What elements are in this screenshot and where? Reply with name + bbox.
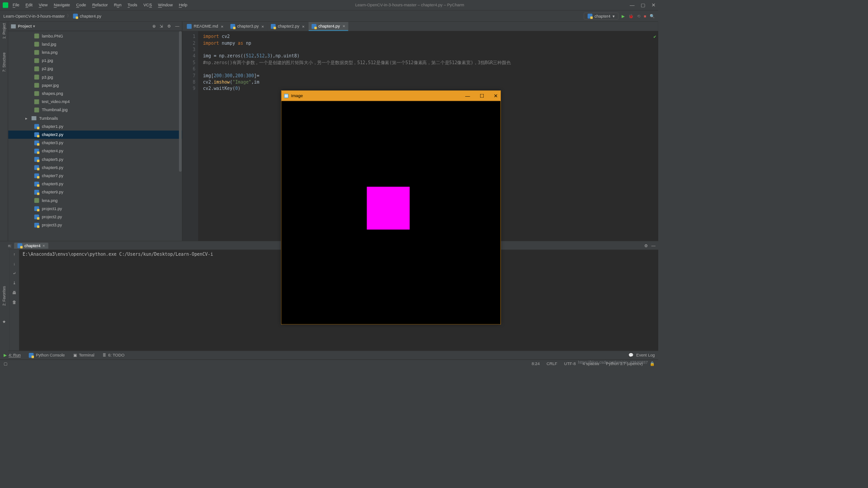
tool-todo[interactable]: ≣6: TODO [103, 353, 124, 358]
tree-item[interactable]: p2.jpg [8, 65, 182, 73]
menu-tools[interactable]: Tools [125, 2, 140, 9]
cv-minimize-button[interactable]: — [465, 93, 470, 99]
menu-view[interactable]: View [36, 2, 50, 9]
event-log-icon[interactable]: 💬 [628, 353, 633, 358]
run-settings-icon[interactable]: ⚙ [644, 243, 648, 248]
tool-event-log[interactable]: Event Log [636, 353, 655, 358]
file-icon [34, 223, 39, 228]
project-tree[interactable]: lambo.PNGland.jpglena.pngp1.jpgp2.jpgp3.… [8, 31, 182, 241]
tool-structure-tab[interactable]: 7: Structure [2, 52, 6, 72]
file-name: chapter1.py [42, 124, 64, 129]
tree-item[interactable]: chapter2.py [8, 131, 182, 139]
menu-window[interactable]: Window [156, 2, 175, 9]
caret-position[interactable]: 8:24 [532, 361, 540, 366]
file-encoding[interactable]: UTF-8 [564, 361, 576, 366]
tree-item[interactable]: Thumbnail.jpg [8, 106, 182, 114]
tree-item[interactable]: lena.png [8, 197, 182, 205]
file-name: chapter2.py [42, 132, 64, 137]
run-tab-close-icon[interactable]: × [42, 243, 45, 248]
close-button[interactable]: ✕ [651, 2, 656, 8]
tree-item[interactable]: shapes.png [8, 89, 182, 98]
run-button-icon[interactable]: ▶ [622, 14, 625, 19]
status-bar: ▢ 8:24 CRLF UTF-8 4 spaces Python 3.7 (o… [0, 359, 658, 367]
up-icon[interactable]: ↑ [14, 252, 16, 257]
run-hide-icon[interactable]: — [651, 243, 656, 248]
chevron-down-icon[interactable]: ▾ [33, 24, 35, 29]
hide-panel-icon[interactable]: — [175, 24, 179, 29]
tree-item[interactable]: land.jpg [8, 40, 182, 48]
tree-item[interactable]: ▸Tumbnails [8, 114, 182, 122]
scroll-end-icon[interactable]: ⤓ [13, 281, 16, 286]
file-icon [34, 50, 39, 55]
expand-arrow-icon[interactable]: ▸ [25, 116, 29, 121]
breadcrumb-file[interactable]: chapter4.py [80, 14, 101, 19]
tree-item[interactable]: p1.jpg [8, 56, 182, 65]
bottom-tool-bar: ▶4: Run Python Console ▣Terminal ≣6: TOD… [0, 351, 658, 360]
minimize-button[interactable]: — [630, 2, 635, 8]
expand-all-icon[interactable]: ⇲ [160, 24, 163, 29]
breadcrumb-root[interactable]: Learn-OpenCV-in-3-hours-master [4, 14, 65, 19]
tree-item[interactable]: project1.py [8, 205, 182, 213]
run-tab[interactable]: chapter4 × [14, 242, 48, 249]
trash-icon[interactable]: 🗑 [12, 300, 16, 305]
tree-item[interactable]: chapter8.py [8, 180, 182, 188]
menu-file[interactable]: FFileile [10, 2, 22, 9]
tool-terminal[interactable]: ▣Terminal [73, 353, 94, 358]
tree-item[interactable]: test_video.mp4 [8, 98, 182, 106]
tool-favorites-tab[interactable]: 2: Favorites [2, 286, 6, 306]
tree-item[interactable]: chapter6.py [8, 164, 182, 172]
close-tab-icon[interactable]: × [343, 23, 345, 28]
stop-button-icon[interactable]: ■ [644, 14, 646, 19]
menu-edit[interactable]: Edit [23, 2, 35, 9]
editor-tab[interactable]: chapter3.py× [227, 22, 267, 31]
cv-maximize-button[interactable]: ☐ [480, 93, 484, 99]
tool-project-tab[interactable]: 1: Project [2, 23, 6, 39]
tree-item[interactable]: chapter7.py [8, 172, 182, 180]
cv-close-button[interactable]: ✕ [494, 93, 498, 99]
menu-vcs[interactable]: VCS [141, 2, 154, 9]
tree-item[interactable]: p3.jpg [8, 73, 182, 81]
close-tab-icon[interactable]: × [302, 24, 305, 29]
editor-tab[interactable]: README.md× [184, 22, 226, 31]
cv-image-window[interactable]: Image — ☐ ✕ [281, 90, 501, 324]
tree-item[interactable]: lena.png [8, 48, 182, 56]
editor-tab[interactable]: chapter4.py× [308, 22, 348, 31]
menu-help[interactable]: Help [176, 2, 189, 9]
search-everywhere-icon[interactable]: 🔍 [650, 14, 655, 19]
menu-run[interactable]: Run [112, 2, 124, 9]
tree-item[interactable]: chapter3.py [8, 139, 182, 147]
close-tab-icon[interactable]: × [221, 24, 224, 29]
menu-navigate[interactable]: Navigate [52, 2, 73, 9]
tree-item[interactable]: lambo.PNG [8, 32, 182, 40]
tree-item[interactable]: chapter4.py [8, 147, 182, 155]
file-name: land.jpg [42, 42, 57, 47]
menu-refactor[interactable]: Refactor [90, 2, 110, 9]
debug-button-icon[interactable]: 🐞 [628, 14, 633, 19]
tree-item[interactable]: paper.jpg [8, 81, 182, 89]
run-with-coverage-icon[interactable]: ⟲ [637, 14, 641, 19]
maximize-button[interactable]: ▢ [641, 2, 645, 8]
run-config-combo[interactable]: chapter4 ▾ [584, 13, 618, 19]
tree-scrollbar[interactable] [179, 31, 182, 241]
tree-item[interactable]: project2.py [8, 213, 182, 221]
tool-python-console[interactable]: Python Console [29, 353, 65, 358]
tool-run[interactable]: ▶4: Run [4, 353, 21, 358]
file-icon [34, 83, 39, 88]
scrollbar-thumb[interactable] [179, 31, 182, 172]
tree-item[interactable]: chapter9.py [8, 188, 182, 196]
status-square-icon[interactable]: ▢ [4, 361, 7, 366]
close-tab-icon[interactable]: × [261, 24, 264, 29]
soft-wrap-icon[interactable]: ⤶ [13, 271, 16, 276]
line-separator[interactable]: CRLF [547, 361, 557, 366]
cv-window-titlebar[interactable]: Image — ☐ ✕ [282, 91, 501, 101]
settings-icon[interactable]: ⚙ [167, 24, 171, 29]
down-icon[interactable]: ↓ [14, 262, 16, 267]
file-name: paper.jpg [42, 83, 59, 88]
editor-tab[interactable]: chapter2.py× [268, 22, 307, 31]
print-icon[interactable]: 🖶 [12, 290, 16, 295]
menu-code[interactable]: Code [74, 2, 88, 9]
select-opened-file-icon[interactable]: ⊕ [152, 24, 156, 29]
tree-item[interactable]: project3.py [8, 221, 182, 229]
tree-item[interactable]: chapter1.py [8, 122, 182, 131]
tree-item[interactable]: chapter5.py [8, 155, 182, 164]
